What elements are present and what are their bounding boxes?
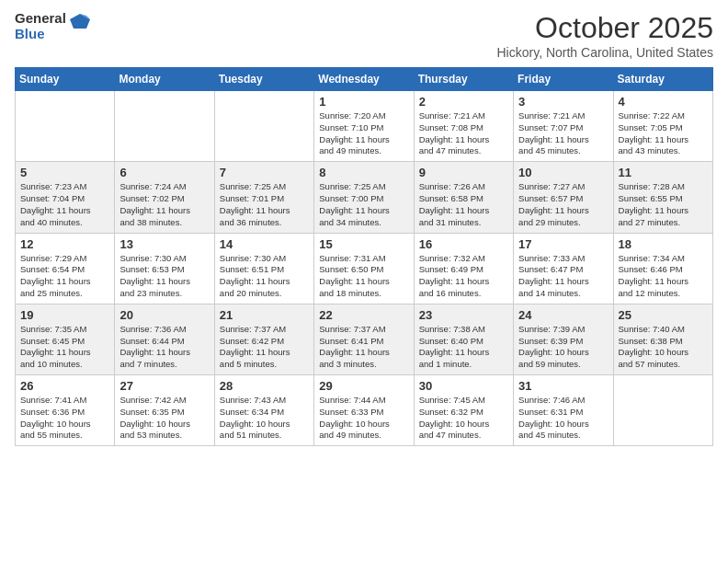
page-container: General Blue October 2025 Hickory, North… — [0, 0, 728, 563]
table-row: 19Sunrise: 7:35 AM Sunset: 6:45 PM Dayli… — [16, 304, 115, 374]
day-number: 19 — [20, 308, 109, 322]
title-block: October 2025 Hickory, North Carolina, Un… — [497, 11, 714, 60]
table-row: 1Sunrise: 7:20 AM Sunset: 7:10 PM Daylig… — [314, 91, 414, 162]
day-info: Sunrise: 7:21 AM Sunset: 7:07 PM Dayligh… — [518, 110, 608, 157]
day-number: 31 — [518, 379, 608, 393]
table-row: 8Sunrise: 7:25 AM Sunset: 7:00 PM Daylig… — [314, 162, 414, 233]
table-row: 23Sunrise: 7:38 AM Sunset: 6:40 PM Dayli… — [414, 304, 513, 374]
col-tuesday: Tuesday — [214, 68, 313, 91]
logo: General Blue — [15, 11, 90, 41]
day-number: 23 — [419, 308, 508, 322]
calendar-week-5: 26Sunrise: 7:41 AM Sunset: 6:36 PM Dayli… — [16, 375, 713, 446]
table-row: 16Sunrise: 7:32 AM Sunset: 6:49 PM Dayli… — [414, 233, 513, 304]
day-number: 2 — [419, 95, 508, 109]
day-number: 29 — [319, 379, 408, 393]
table-row: 20Sunrise: 7:36 AM Sunset: 6:44 PM Dayli… — [115, 304, 214, 374]
day-number: 17 — [518, 237, 608, 251]
table-row: 9Sunrise: 7:26 AM Sunset: 6:58 PM Daylig… — [414, 162, 513, 233]
day-number: 24 — [518, 308, 608, 322]
table-row: 3Sunrise: 7:21 AM Sunset: 7:07 PM Daylig… — [514, 91, 613, 162]
table-row: 31Sunrise: 7:46 AM Sunset: 6:31 PM Dayli… — [514, 375, 613, 446]
day-number: 21 — [220, 308, 309, 322]
day-info: Sunrise: 7:35 AM Sunset: 6:45 PM Dayligh… — [20, 324, 109, 371]
table-row: 24Sunrise: 7:39 AM Sunset: 6:39 PM Dayli… — [514, 304, 613, 374]
logo-icon — [70, 12, 90, 32]
table-row: 13Sunrise: 7:30 AM Sunset: 6:53 PM Dayli… — [115, 233, 214, 304]
col-thursday: Thursday — [414, 68, 513, 91]
table-row: 15Sunrise: 7:31 AM Sunset: 6:50 PM Dayli… — [314, 233, 414, 304]
logo-text: General Blue — [15, 11, 66, 41]
col-wednesday: Wednesday — [314, 68, 414, 91]
day-info: Sunrise: 7:23 AM Sunset: 7:04 PM Dayligh… — [20, 181, 109, 228]
day-info: Sunrise: 7:26 AM Sunset: 6:58 PM Dayligh… — [419, 181, 508, 228]
table-row — [214, 91, 313, 162]
day-number: 13 — [119, 237, 209, 251]
day-info: Sunrise: 7:41 AM Sunset: 6:36 PM Dayligh… — [20, 395, 109, 442]
day-info: Sunrise: 7:45 AM Sunset: 6:32 PM Dayligh… — [419, 395, 508, 442]
calendar-header-row: Sunday Monday Tuesday Wednesday Thursday… — [16, 68, 713, 91]
table-row: 2Sunrise: 7:21 AM Sunset: 7:08 PM Daylig… — [414, 91, 513, 162]
table-row: 26Sunrise: 7:41 AM Sunset: 6:36 PM Dayli… — [16, 375, 115, 446]
table-row: 10Sunrise: 7:27 AM Sunset: 6:57 PM Dayli… — [514, 162, 613, 233]
logo-blue: Blue — [15, 27, 66, 42]
col-monday: Monday — [115, 68, 214, 91]
day-number: 7 — [220, 166, 309, 179]
location: Hickory, North Carolina, United States — [497, 45, 714, 60]
day-number: 3 — [518, 95, 608, 109]
day-number: 27 — [119, 379, 209, 393]
day-info: Sunrise: 7:33 AM Sunset: 6:47 PM Dayligh… — [518, 253, 608, 300]
day-number: 10 — [518, 166, 608, 179]
table-row: 5Sunrise: 7:23 AM Sunset: 7:04 PM Daylig… — [16, 162, 115, 233]
day-number: 20 — [119, 308, 209, 322]
day-info: Sunrise: 7:24 AM Sunset: 7:02 PM Dayligh… — [119, 181, 209, 228]
day-number: 22 — [319, 308, 408, 322]
day-number: 4 — [619, 95, 708, 109]
table-row: 12Sunrise: 7:29 AM Sunset: 6:54 PM Dayli… — [16, 233, 115, 304]
table-row: 17Sunrise: 7:33 AM Sunset: 6:47 PM Dayli… — [514, 233, 613, 304]
page-header: General Blue October 2025 Hickory, North… — [15, 11, 713, 60]
day-info: Sunrise: 7:46 AM Sunset: 6:31 PM Dayligh… — [518, 395, 608, 442]
day-number: 5 — [20, 166, 109, 179]
table-row: 14Sunrise: 7:30 AM Sunset: 6:51 PM Dayli… — [214, 233, 313, 304]
calendar-week-4: 19Sunrise: 7:35 AM Sunset: 6:45 PM Dayli… — [16, 304, 713, 374]
day-info: Sunrise: 7:42 AM Sunset: 6:35 PM Dayligh… — [119, 395, 209, 442]
day-number: 25 — [619, 308, 708, 322]
day-info: Sunrise: 7:21 AM Sunset: 7:08 PM Dayligh… — [419, 110, 508, 157]
day-number: 9 — [419, 166, 508, 179]
month-title: October 2025 — [497, 11, 714, 45]
calendar-week-1: 1Sunrise: 7:20 AM Sunset: 7:10 PM Daylig… — [16, 91, 713, 162]
day-info: Sunrise: 7:37 AM Sunset: 6:41 PM Dayligh… — [319, 324, 408, 371]
day-info: Sunrise: 7:20 AM Sunset: 7:10 PM Dayligh… — [319, 110, 408, 157]
table-row: 28Sunrise: 7:43 AM Sunset: 6:34 PM Dayli… — [214, 375, 313, 446]
table-row: 27Sunrise: 7:42 AM Sunset: 6:35 PM Dayli… — [115, 375, 214, 446]
table-row: 4Sunrise: 7:22 AM Sunset: 7:05 PM Daylig… — [613, 91, 712, 162]
col-saturday: Saturday — [613, 68, 712, 91]
day-info: Sunrise: 7:29 AM Sunset: 6:54 PM Dayligh… — [20, 253, 109, 300]
day-info: Sunrise: 7:32 AM Sunset: 6:49 PM Dayligh… — [419, 253, 508, 300]
day-info: Sunrise: 7:43 AM Sunset: 6:34 PM Dayligh… — [220, 395, 309, 442]
table-row: 11Sunrise: 7:28 AM Sunset: 6:55 PM Dayli… — [613, 162, 712, 233]
day-info: Sunrise: 7:30 AM Sunset: 6:51 PM Dayligh… — [220, 253, 309, 300]
day-info: Sunrise: 7:31 AM Sunset: 6:50 PM Dayligh… — [319, 253, 408, 300]
day-number: 30 — [419, 379, 508, 393]
day-number: 14 — [220, 237, 309, 251]
table-row — [613, 375, 712, 446]
col-friday: Friday — [514, 68, 613, 91]
table-row — [115, 91, 214, 162]
day-number: 6 — [119, 166, 209, 179]
day-info: Sunrise: 7:22 AM Sunset: 7:05 PM Dayligh… — [619, 110, 708, 157]
table-row: 30Sunrise: 7:45 AM Sunset: 6:32 PM Dayli… — [414, 375, 513, 446]
day-number: 28 — [220, 379, 309, 393]
day-info: Sunrise: 7:40 AM Sunset: 6:38 PM Dayligh… — [619, 324, 708, 371]
day-info: Sunrise: 7:37 AM Sunset: 6:42 PM Dayligh… — [220, 324, 309, 371]
day-info: Sunrise: 7:30 AM Sunset: 6:53 PM Dayligh… — [119, 253, 209, 300]
calendar-week-3: 12Sunrise: 7:29 AM Sunset: 6:54 PM Dayli… — [16, 233, 713, 304]
col-sunday: Sunday — [16, 68, 115, 91]
day-number: 16 — [419, 237, 508, 251]
day-info: Sunrise: 7:44 AM Sunset: 6:33 PM Dayligh… — [319, 395, 408, 442]
day-info: Sunrise: 7:28 AM Sunset: 6:55 PM Dayligh… — [619, 181, 708, 228]
calendar-table: Sunday Monday Tuesday Wednesday Thursday… — [15, 67, 713, 446]
table-row: 21Sunrise: 7:37 AM Sunset: 6:42 PM Dayli… — [214, 304, 313, 374]
day-info: Sunrise: 7:25 AM Sunset: 7:01 PM Dayligh… — [220, 181, 309, 228]
calendar-week-2: 5Sunrise: 7:23 AM Sunset: 7:04 PM Daylig… — [16, 162, 713, 233]
